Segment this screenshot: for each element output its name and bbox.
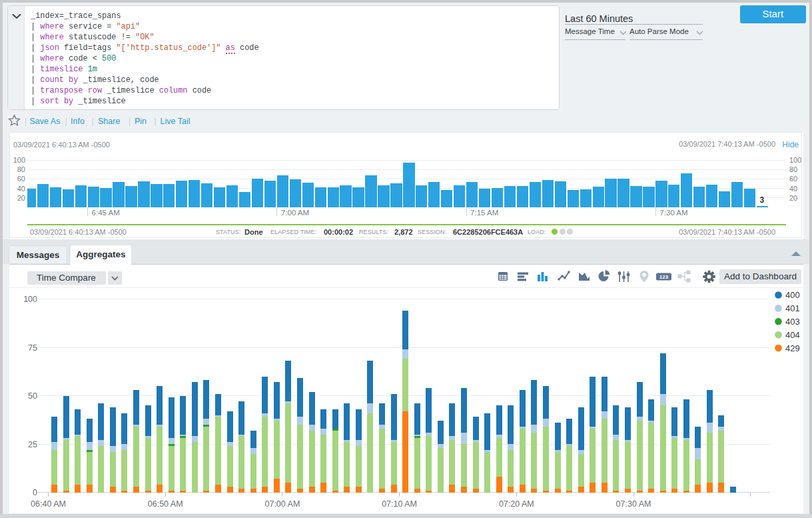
svg-text:100: 100 [23,295,37,304]
svg-text:401: 401 [785,303,800,313]
svg-text:0: 0 [33,488,37,497]
svg-text:403: 403 [785,317,800,327]
svg-text:404: 404 [785,330,800,340]
svg-text:25: 25 [28,440,37,449]
svg-text:06:50 AM: 06:50 AM [148,499,183,509]
svg-text:429: 429 [785,343,800,353]
svg-text:123: 123 [659,274,669,280]
svg-text:07:00 AM: 07:00 AM [264,499,300,509]
svg-text:75: 75 [28,343,37,353]
svg-text:400: 400 [785,290,800,300]
svg-text:07:30 AM: 07:30 AM [616,499,651,509]
svg-text:50: 50 [28,391,37,401]
svg-text:07:10 AM: 07:10 AM [382,499,417,509]
svg-text:07:20 AM: 07:20 AM [499,499,534,509]
svg-text:06:40 AM: 06:40 AM [31,499,66,509]
